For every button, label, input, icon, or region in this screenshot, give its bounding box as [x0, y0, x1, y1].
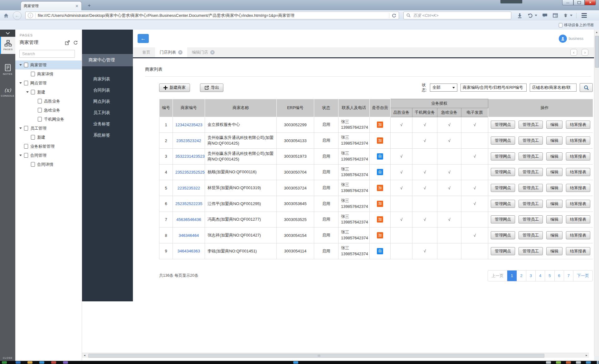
close-button[interactable]: ×: [585, 0, 596, 5]
tree-caret-icon[interactable]: [19, 64, 22, 66]
tree-item[interactable]: 员工管理: [15, 124, 82, 133]
player-close-button[interactable]: CLOSE: [0, 357, 15, 359]
addon-bug-icon[interactable]: [563, 13, 568, 18]
sidebar-item-业务标签[interactable]: 业务标签: [82, 118, 133, 130]
history-icon[interactable]: [528, 13, 533, 18]
action-button-编辑[interactable]: 编辑: [546, 121, 562, 129]
merchant-code-link[interactable]: 346346464: [178, 233, 199, 238]
taskbar-icon[interactable]: [566, 361, 571, 364]
page-button-6[interactable]: 6: [554, 271, 564, 281]
page-button-7[interactable]: 7: [564, 271, 573, 281]
action-button-管理网点[interactable]: 管理网点: [491, 231, 515, 239]
action-button-结算报表[interactable]: 结算报表: [566, 184, 590, 192]
open-external-icon[interactable]: [65, 40, 70, 45]
tree-caret-icon[interactable]: [19, 155, 22, 156]
search-bar[interactable]: 百度 <Ctrl+K>: [403, 12, 511, 19]
tree-item[interactable]: 急啥业务: [15, 106, 82, 115]
new-merchant-button[interactable]: 新建商家: [159, 84, 190, 92]
windows-taskbar[interactable]: [0, 361, 599, 364]
action-button-管理网点[interactable]: 管理网点: [491, 152, 515, 160]
vertical-scroll-thumb[interactable]: [595, 36, 599, 68]
action-button-管理员工[interactable]: 管理员工: [519, 184, 543, 192]
action-button-编辑[interactable]: 编辑: [546, 184, 562, 192]
page-button-1[interactable]: 1: [507, 271, 516, 281]
app-tab-首页[interactable]: 首页: [138, 47, 155, 57]
action-button-编辑[interactable]: 编辑: [546, 215, 562, 223]
action-button-结算报表[interactable]: 结算报表: [566, 168, 590, 176]
action-button-管理员工[interactable]: 管理员工: [519, 168, 543, 176]
url-bar[interactable]: i file:///C:/Users/Administrator/Desktop…: [25, 12, 399, 19]
action-button-管理网点[interactable]: 管理网点: [491, 215, 515, 223]
tree-caret-icon[interactable]: [19, 82, 22, 84]
browser-tab[interactable]: 商家管理 ✕: [21, 1, 82, 10]
tab-scroll-left-icon[interactable]: ‹: [570, 49, 577, 56]
tab-close-icon[interactable]: ✕: [75, 4, 79, 8]
action-button-管理网点[interactable]: 管理网点: [491, 247, 515, 255]
merchant-code-link[interactable]: 3532231423523: [175, 154, 205, 159]
action-button-结算报表[interactable]: 结算报表: [566, 247, 590, 255]
responsive-icon[interactable]: [553, 13, 558, 18]
action-button-结算报表[interactable]: 结算报表: [566, 215, 590, 223]
keyword-input-code[interactable]: [460, 84, 527, 92]
page-button-5[interactable]: 5: [545, 271, 554, 281]
page-button-4[interactable]: 4: [535, 271, 545, 281]
tree-item[interactable]: 合同详情: [15, 160, 82, 169]
action-button-编辑[interactable]: 编辑: [546, 200, 562, 208]
action-button-结算报表[interactable]: 结算报表: [566, 200, 590, 208]
sidebar-item-网点列表[interactable]: 网点列表: [82, 96, 133, 107]
action-button-管理网点[interactable]: 管理网点: [491, 200, 515, 208]
tree-item[interactable]: 新建: [15, 88, 82, 97]
pull-refresh-icon[interactable]: [73, 40, 78, 45]
home-icon[interactable]: [3, 13, 9, 18]
info-icon[interactable]: i: [28, 13, 33, 18]
download-icon[interactable]: [517, 13, 523, 18]
taskbar-icon[interactable]: [51, 361, 56, 364]
reload-icon[interactable]: [392, 13, 397, 18]
user-box[interactable]: business: [559, 35, 583, 43]
taskbar-icon[interactable]: [546, 361, 551, 364]
maximize-button[interactable]: [573, 0, 585, 5]
tree-item[interactable]: 网点管理: [15, 79, 82, 88]
action-button-管理网点[interactable]: 管理网点: [491, 121, 515, 129]
action-button-编辑[interactable]: 编辑: [546, 136, 562, 145]
action-button-管理员工[interactable]: 管理员工: [519, 215, 543, 223]
tab-scroll-right-icon[interactable]: ›: [582, 49, 588, 56]
scroll-right-arrow-icon[interactable]: ►: [584, 353, 589, 358]
export-button[interactable]: 导出: [200, 84, 223, 92]
taskbar-icon[interactable]: [63, 361, 68, 364]
sidebar-item-商家列表[interactable]: 商家列表: [82, 74, 133, 85]
page-next-button[interactable]: 下一页: [573, 271, 592, 281]
taskbar-icon[interactable]: [27, 361, 32, 364]
tree-item[interactable]: 新建: [15, 133, 82, 142]
merchant-code-link[interactable]: 2352352352525: [175, 170, 205, 175]
action-button-结算报表[interactable]: 结算报表: [566, 231, 590, 239]
minimize-button[interactable]: —: [562, 0, 573, 5]
action-button-结算报表[interactable]: 结算报表: [566, 136, 590, 145]
action-button-编辑[interactable]: 编辑: [546, 231, 562, 239]
scroll-left-arrow-icon[interactable]: ◄: [82, 353, 87, 358]
status-select[interactable]: 全部: [430, 84, 457, 92]
url-text[interactable]: file:///C:/Users/Administrator/Desktop/商…: [38, 13, 387, 18]
sidebar-item-合同列表[interactable]: 合同列表: [82, 85, 133, 96]
merchant-code-link[interactable]: 252352522235: [175, 201, 202, 206]
action-button-编辑[interactable]: 编辑: [546, 247, 562, 255]
pages-search-input[interactable]: [19, 50, 75, 58]
action-button-编辑[interactable]: 编辑: [546, 168, 562, 176]
tree-caret-icon[interactable]: [19, 127, 22, 129]
tree-item[interactable]: 品胜业务: [15, 97, 82, 106]
merchant-code-link[interactable]: 3464346363: [178, 249, 200, 253]
action-button-管理员工[interactable]: 管理员工: [519, 152, 543, 160]
taskbar-icon[interactable]: [2, 361, 7, 364]
bookmark-mobile-folder[interactable]: 移动设备上的书签: [559, 22, 594, 28]
rail-item-console[interactable]: (x) CONSOLE: [0, 84, 15, 100]
chat-icon[interactable]: [542, 13, 548, 18]
action-button-结算报表[interactable]: 结算报表: [566, 152, 590, 160]
page-button-3[interactable]: 3: [526, 271, 535, 281]
addon-caret-icon[interactable]: [570, 15, 572, 16]
tree-item[interactable]: 合同管理: [15, 151, 82, 160]
keyword-input-name[interactable]: [530, 84, 577, 92]
sidebar-item-系统标签[interactable]: 系统标签: [82, 130, 133, 141]
table-search-button[interactable]: [580, 83, 593, 92]
history-caret-icon[interactable]: [535, 15, 537, 16]
taskbar-icon[interactable]: [293, 361, 298, 364]
